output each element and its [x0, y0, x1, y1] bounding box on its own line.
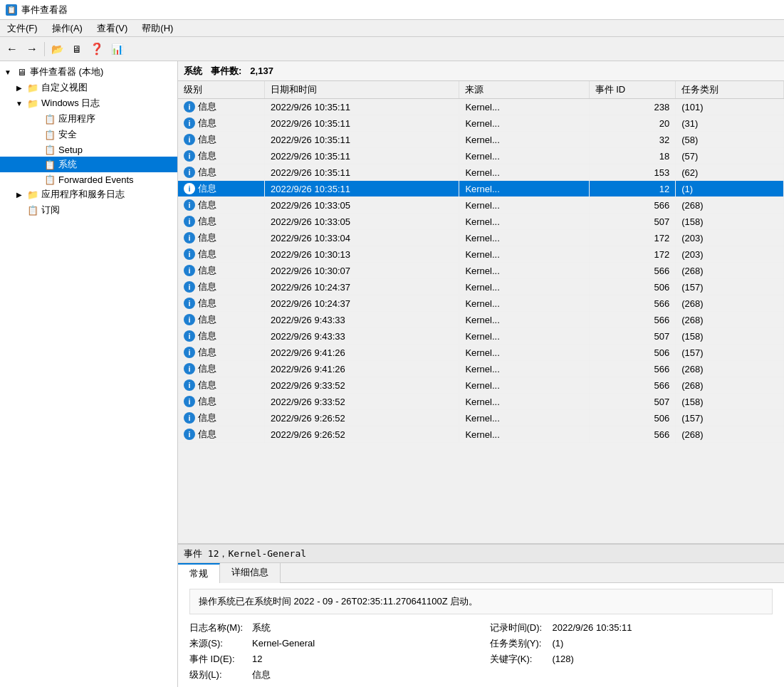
tree-icon-system: 📋: [44, 159, 56, 170]
level-text: 信息: [198, 428, 216, 441]
menu-help[interactable]: 帮助(H): [135, 20, 180, 36]
cell-eventid: 506: [589, 345, 676, 361]
cell-source: Kernel...: [459, 328, 589, 345]
cell-level: i信息: [178, 295, 265, 312]
level-text: 信息: [198, 395, 216, 408]
table-row[interactable]: i信息2022/9/26 10:35:11Kernel...153(62): [178, 164, 784, 181]
info-icon: i: [184, 429, 195, 440]
cell-task: (268): [676, 263, 784, 279]
tree-icon-custom: 📁: [27, 82, 38, 93]
cell-task: (158): [676, 394, 784, 410]
tree-item-windows-log[interactable]: ▼ 📁 Windows 日志: [0, 95, 177, 111]
table-row[interactable]: i信息2022/9/26 10:33:05Kernel...507(158): [178, 214, 784, 230]
tree-toggle-appservice[interactable]: ▶: [14, 189, 24, 199]
table-row[interactable]: i信息2022/9/26 9:43:33Kernel...566(268): [178, 312, 784, 328]
tree-toggle-root[interactable]: ▼: [3, 67, 13, 77]
tree-toggle-windows-log[interactable]: ▼: [14, 98, 24, 108]
table-row[interactable]: i信息2022/9/26 9:41:26Kernel...506(157): [178, 345, 784, 361]
toolbar-view-button[interactable]: 📊: [108, 40, 126, 58]
cell-task: (157): [676, 279, 784, 295]
level-text: 信息: [198, 100, 216, 113]
cell-datetime: 2022/9/26 9:33:52: [265, 394, 459, 410]
tree-icon-forwarded: 📋: [44, 174, 56, 185]
table-row[interactable]: i信息2022/9/26 9:41:26Kernel...566(268): [178, 361, 784, 377]
info-icon: i: [184, 232, 195, 243]
table-row[interactable]: i信息2022/9/26 10:30:07Kernel...566(268): [178, 263, 784, 279]
table-row[interactable]: i信息2022/9/26 10:24:37Kernel...566(268): [178, 295, 784, 312]
level-text: 信息: [198, 182, 216, 195]
info-icon: i: [184, 134, 195, 145]
table-row[interactable]: i信息2022/9/26 10:24:37Kernel...506(157): [178, 279, 784, 295]
menu-action[interactable]: 操作(A): [45, 20, 90, 36]
level-text: 信息: [198, 199, 216, 211]
cell-datetime: 2022/9/26 10:33:04: [265, 230, 459, 246]
cell-eventid: 507: [589, 394, 676, 410]
os-info-text: 操作系统已在系统时间 2022 - 09 - 26T02:35:11.27064…: [199, 596, 478, 607]
tab-general[interactable]: 常规: [178, 563, 220, 583]
table-row[interactable]: i信息2022/9/26 9:43:33Kernel...507(158): [178, 328, 784, 345]
tree-item-root[interactable]: ▼ 🖥 事件查看器 (本地): [0, 64, 177, 80]
cell-eventid: 32: [589, 132, 676, 148]
cell-source: Kernel...: [459, 345, 589, 361]
tree-label-setup: Setup: [58, 145, 83, 155]
tree-label-app: 应用程序: [58, 112, 95, 125]
info-icon: i: [184, 248, 195, 260]
cell-datetime: 2022/9/26 9:41:26: [265, 345, 459, 361]
tree-item-appservice[interactable]: ▶ 📁 应用程序和服务日志: [0, 187, 177, 202]
table-row[interactable]: i信息2022/9/26 10:30:13Kernel...172(203): [178, 246, 784, 263]
info-icon: i: [184, 265, 195, 276]
toolbar-forward-button[interactable]: →: [23, 40, 41, 58]
table-row[interactable]: i信息2022/9/26 10:35:11Kernel...20(31): [178, 115, 784, 132]
level-text: 信息: [198, 117, 216, 130]
tree-item-security[interactable]: 📋 安全: [0, 127, 177, 142]
title-bar-icon: 📋: [6, 4, 17, 16]
table-row[interactable]: i信息2022/9/26 10:35:11Kernel...32(58): [178, 132, 784, 148]
table-row[interactable]: i信息2022/9/26 10:33:05Kernel...566(268): [178, 197, 784, 214]
cell-level: i信息: [178, 410, 265, 426]
toolbar-help-button[interactable]: ❓: [88, 40, 106, 58]
cell-datetime: 2022/9/26 10:35:11: [265, 148, 459, 164]
tree-label-subscribe: 订阅: [41, 204, 60, 216]
tree-icon-windows-log: 📁: [27, 98, 38, 109]
tree-toggle-custom[interactable]: ▶: [14, 83, 24, 93]
menu-file[interactable]: 文件(F): [0, 20, 45, 36]
level-text: 信息: [198, 362, 216, 375]
field-recordtime-label: 记录时间(D):: [490, 622, 547, 634]
event-table[interactable]: 级别 日期和时间 来源 事件 ID 任务类别 i信息2022/9/26 10:3…: [178, 81, 784, 544]
menu-view[interactable]: 查看(V): [90, 20, 135, 36]
cell-source: Kernel...: [459, 164, 589, 181]
table-row[interactable]: i信息2022/9/26 9:26:52Kernel...506(157): [178, 410, 784, 426]
cell-datetime: 2022/9/26 9:43:33: [265, 312, 459, 328]
detail-title: 事件 12，Kernel-General: [178, 545, 784, 563]
toolbar-separator-1: [44, 42, 45, 56]
table-row[interactable]: i信息2022/9/26 9:33:52Kernel...507(158): [178, 394, 784, 410]
col-header-datetime: 日期和时间: [265, 81, 459, 99]
info-icon: i: [184, 199, 195, 211]
table-row[interactable]: i信息2022/9/26 9:26:52Kernel...566(268): [178, 426, 784, 443]
tree-item-app[interactable]: 📋 应用程序: [0, 111, 177, 127]
table-row[interactable]: i信息2022/9/26 10:35:11Kernel...18(57): [178, 148, 784, 164]
table-row[interactable]: i信息2022/9/26 10:35:11Kernel...12(1): [178, 181, 784, 197]
cell-datetime: 2022/9/26 10:24:37: [265, 279, 459, 295]
cell-datetime: 2022/9/26 10:24:37: [265, 295, 459, 312]
toolbar-computer-button[interactable]: 🖥: [68, 40, 86, 58]
table-row[interactable]: i信息2022/9/26 10:33:04Kernel...172(203): [178, 230, 784, 246]
tree-item-system[interactable]: 📋 系统: [0, 157, 177, 172]
tree-item-setup[interactable]: 📋 Setup: [0, 142, 177, 157]
cell-source: Kernel...: [459, 132, 589, 148]
tree-item-custom[interactable]: ▶ 📁 自定义视图: [0, 80, 177, 95]
tree-item-forwarded[interactable]: 📋 Forwarded Events: [0, 172, 177, 187]
tree-toggle-setup: [31, 145, 41, 154]
info-icon: i: [184, 379, 195, 391]
tab-detail[interactable]: 详细信息: [220, 563, 281, 583]
table-row[interactable]: i信息2022/9/26 10:35:11Kernel...238(101): [178, 99, 784, 115]
info-icon: i: [184, 412, 195, 424]
level-text: 信息: [198, 297, 216, 310]
cell-level: i信息: [178, 312, 265, 328]
toolbar-open-button[interactable]: 📂: [48, 40, 66, 58]
tree-item-subscribe[interactable]: 📋 订阅: [0, 202, 177, 218]
table-row[interactable]: i信息2022/9/26 9:33:52Kernel...566(268): [178, 377, 784, 394]
toolbar-back-button[interactable]: ←: [3, 40, 21, 58]
title-bar: 📋 事件查看器: [0, 0, 784, 20]
tree-label-windows-log: Windows 日志: [41, 97, 100, 110]
